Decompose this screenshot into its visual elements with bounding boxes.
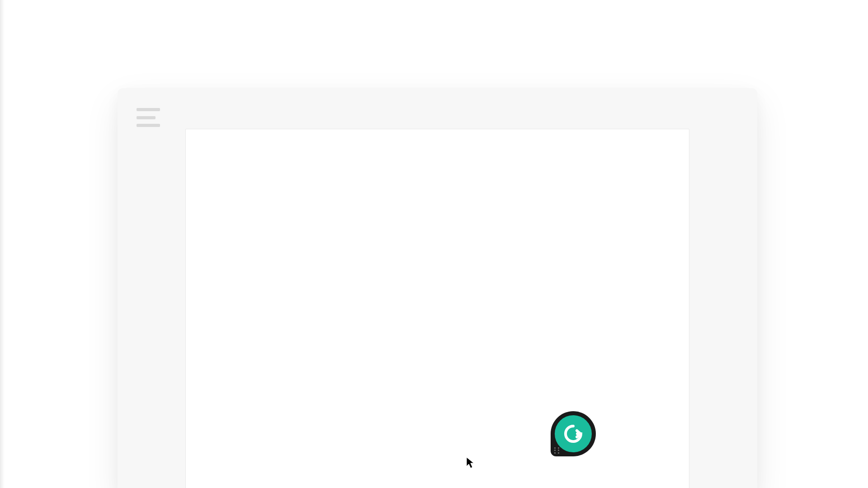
editor-window (118, 88, 757, 488)
widget-inner-circle (555, 415, 592, 452)
document-editor[interactable] (185, 129, 689, 488)
menu-button[interactable] (137, 108, 160, 127)
hamburger-icon-line (137, 124, 160, 127)
hamburger-icon-line (137, 116, 156, 119)
grammarly-widget[interactable] (551, 411, 596, 456)
grammarly-g-icon (562, 422, 585, 445)
hamburger-icon (137, 108, 160, 111)
drag-handle-icon[interactable] (554, 447, 561, 454)
window-edge-shadow (0, 0, 5, 488)
